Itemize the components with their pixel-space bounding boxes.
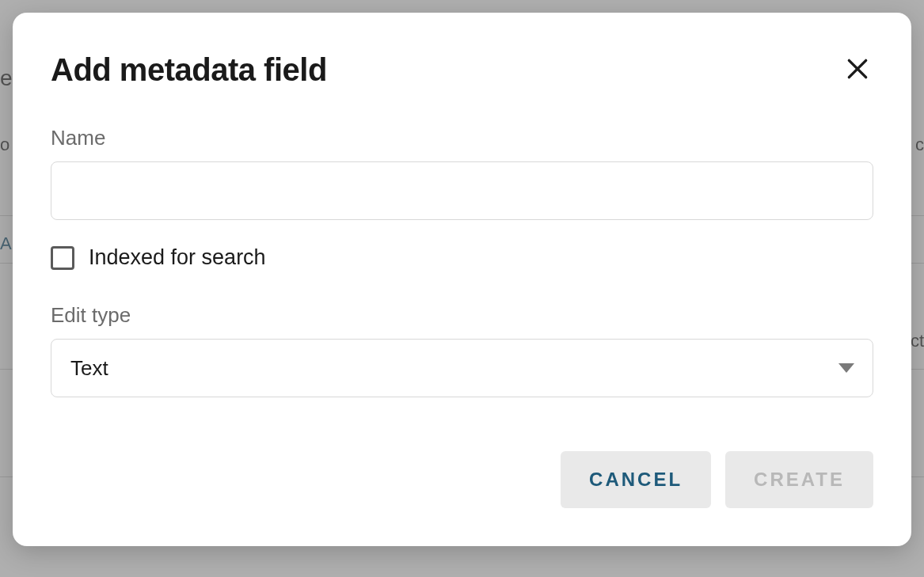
create-button[interactable]: CREATE xyxy=(725,451,873,508)
modal-actions: CANCEL CREATE xyxy=(51,451,873,508)
indexed-label[interactable]: Indexed for search xyxy=(89,245,266,270)
add-metadata-field-modal: Add metadata field Name Indexed for sear… xyxy=(13,13,911,546)
edit-type-select-wrapper: Text xyxy=(51,339,873,397)
modal-title: Add metadata field xyxy=(51,52,327,88)
name-label: Name xyxy=(51,126,873,150)
edit-type-label: Edit type xyxy=(51,303,873,328)
indexed-checkbox-row: Indexed for search xyxy=(51,245,873,270)
name-field-group: Name xyxy=(51,126,873,220)
indexed-checkbox[interactable] xyxy=(51,246,74,270)
cancel-button[interactable]: CANCEL xyxy=(561,451,711,508)
name-input[interactable] xyxy=(51,161,873,220)
close-button[interactable] xyxy=(842,53,873,87)
modal-header: Add metadata field xyxy=(51,52,873,88)
edit-type-field-group: Edit type Text xyxy=(51,303,873,397)
edit-type-select[interactable]: Text xyxy=(51,339,873,397)
close-icon xyxy=(845,56,870,84)
